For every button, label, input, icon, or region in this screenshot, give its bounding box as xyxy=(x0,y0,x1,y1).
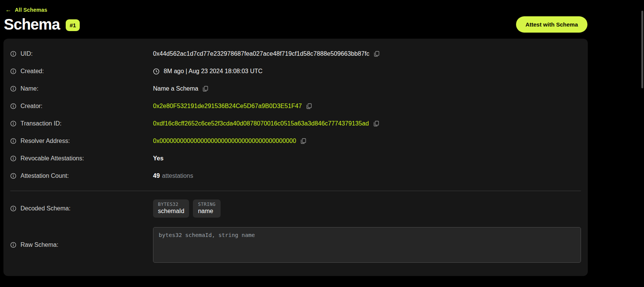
field-name: name xyxy=(198,208,215,215)
info-icon[interactable] xyxy=(10,205,16,212)
name-label: Name: xyxy=(21,85,38,92)
field-name: schemaId xyxy=(158,208,184,215)
creator-address-link[interactable]: 0x2e80F532191de291536B24Ce5D67a9B0D3E51F… xyxy=(153,103,302,110)
copy-icon[interactable] xyxy=(373,121,379,127)
uid-value: 0x44d562ac1d7cd77e232978687fea027ace48f7… xyxy=(153,50,369,57)
info-icon[interactable] xyxy=(10,173,16,179)
revocable-attestations-label: Revocable Attestations: xyxy=(21,155,84,162)
resolver-address-link[interactable]: 0x00000000000000000000000000000000000000… xyxy=(153,138,296,144)
created-value: 8M ago | Aug 23 2024 18:08:03 UTC xyxy=(164,68,262,75)
name-value: Name a Schema xyxy=(153,85,198,92)
clock-icon xyxy=(153,68,159,75)
attestation-count-row: Attestation Count: 49 attestations xyxy=(3,167,588,185)
copy-icon[interactable] xyxy=(202,86,208,92)
revocable-value: Yes xyxy=(153,155,164,162)
revocable-attestations-row: Revocable Attestations: Yes xyxy=(3,150,588,167)
creator-row: Creator: 0x2e80F532191de291536B24Ce5D67a… xyxy=(3,97,588,115)
attest-with-schema-button[interactable]: Attest with Schema xyxy=(516,16,587,33)
info-icon[interactable] xyxy=(10,155,16,162)
created-label: Created: xyxy=(21,68,44,75)
info-icon[interactable] xyxy=(10,86,16,92)
transaction-id-label: Transaction ID: xyxy=(21,120,62,127)
transaction-id-row: Transaction ID: 0xdf16c8cff2652c6ce52f3c… xyxy=(3,115,588,132)
name-row: Name: Name a Schema xyxy=(3,80,588,97)
schema-field-chip: BYTES32 schemaId xyxy=(153,199,189,218)
schema-field-chip: STRING name xyxy=(193,199,220,218)
info-icon[interactable] xyxy=(10,121,16,127)
info-icon[interactable] xyxy=(10,103,16,109)
info-icon[interactable] xyxy=(10,68,16,74)
attestation-count-label: Attestation Count: xyxy=(21,173,69,179)
info-icon[interactable] xyxy=(10,51,16,57)
uid-label: UID: xyxy=(21,50,33,57)
copy-icon[interactable] xyxy=(374,51,380,57)
raw-schema-row: Raw Schema: bytes32 schemaId, string nam… xyxy=(3,224,588,266)
schema-detail-page: ← All Schemas Schema #1 Attest with Sche… xyxy=(0,0,644,287)
attestation-count-value: 49 xyxy=(153,173,160,179)
uid-row: UID: 0x44d562ac1d7cd77e232978687fea027ac… xyxy=(3,45,588,63)
back-to-all-schemas-link[interactable]: ← All Schemas xyxy=(0,0,644,13)
field-type: STRING xyxy=(198,202,215,207)
decoded-schema-label: Decoded Schema: xyxy=(21,205,71,212)
field-type: BYTES32 xyxy=(158,202,184,207)
created-row: Created: 8M ago | Aug 23 2024 18:08:03 U… xyxy=(3,63,588,80)
decoded-schema-fields: BYTES32 schemaId STRING name xyxy=(153,199,221,218)
header: Schema #1 Attest with Schema xyxy=(0,13,644,33)
decoded-schema-row: Decoded Schema: BYTES32 schemaId STRING … xyxy=(3,196,588,221)
back-link-label: All Schemas xyxy=(15,7,47,13)
copy-icon[interactable] xyxy=(306,103,312,109)
info-icon[interactable] xyxy=(10,138,16,144)
resolver-address-label: Resolver Address: xyxy=(21,138,70,144)
section-divider xyxy=(10,191,581,191)
transaction-id-link[interactable]: 0xdf16c8cff2652c6ce52f3cda40d0878070016c… xyxy=(153,120,369,127)
schema-number-badge: #1 xyxy=(66,19,80,31)
schema-details-card: UID: 0x44d562ac1d7cd77e232978687fea027ac… xyxy=(3,39,588,276)
raw-schema-label: Raw Schema: xyxy=(21,242,58,248)
copy-icon[interactable] xyxy=(300,138,306,144)
attestations-link[interactable]: attestations xyxy=(162,173,193,179)
creator-label: Creator: xyxy=(21,103,43,110)
page-title: Schema xyxy=(4,16,60,33)
info-icon[interactable] xyxy=(10,242,16,248)
raw-schema-textarea[interactable]: bytes32 schemaId, string name xyxy=(153,227,581,263)
resolver-address-row: Resolver Address: 0x00000000000000000000… xyxy=(3,132,588,150)
vertical-scrollbar[interactable] xyxy=(641,11,643,88)
arrow-left-icon: ← xyxy=(5,7,11,13)
